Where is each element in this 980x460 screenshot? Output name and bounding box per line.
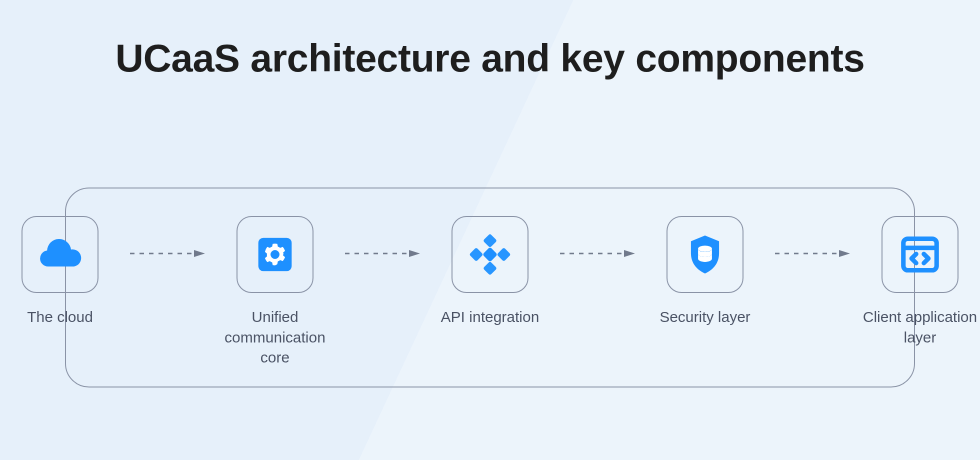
api-icon	[468, 233, 512, 276]
diagram-title: UCaaS architecture and key components	[0, 35, 980, 81]
node-api: API integration	[420, 216, 560, 328]
svg-point-13	[698, 246, 712, 252]
svg-rect-9	[469, 248, 483, 262]
icon-box	[882, 216, 958, 293]
icon-box	[452, 216, 528, 293]
node-label: API integration	[425, 307, 555, 328]
node-label: The cloud	[0, 307, 125, 328]
svg-rect-7	[483, 234, 497, 248]
shield-db-icon	[685, 233, 725, 276]
svg-marker-1	[194, 250, 205, 257]
svg-rect-6	[482, 247, 498, 262]
cloud-icon	[36, 230, 84, 278]
svg-rect-8	[483, 261, 497, 275]
components-row: The cloud Unified communication core	[0, 216, 980, 368]
svg-marker-5	[409, 250, 420, 257]
arrow-connector	[130, 216, 205, 291]
arrow-connector	[775, 216, 850, 291]
components-panel: The cloud Unified communication core	[65, 188, 915, 388]
node-unified-core: Unified communication core	[205, 216, 345, 368]
icon-box	[236, 216, 314, 293]
svg-marker-15	[839, 250, 850, 257]
node-label: Unified communication core	[210, 307, 340, 368]
node-label: Client application layer	[855, 307, 980, 348]
svg-marker-12	[624, 250, 635, 257]
node-security: Security layer	[635, 216, 775, 328]
icon-box	[22, 216, 98, 293]
arrow-connector	[560, 216, 635, 291]
code-window-icon	[899, 234, 941, 276]
node-label: Security layer	[640, 307, 770, 328]
svg-rect-10	[496, 248, 510, 262]
node-cloud: The cloud	[0, 216, 130, 328]
node-client-app: Client application layer	[850, 216, 980, 348]
gear-icon	[255, 234, 295, 274]
icon-box	[666, 216, 744, 293]
arrow-connector	[345, 216, 420, 291]
svg-rect-16	[904, 239, 937, 270]
